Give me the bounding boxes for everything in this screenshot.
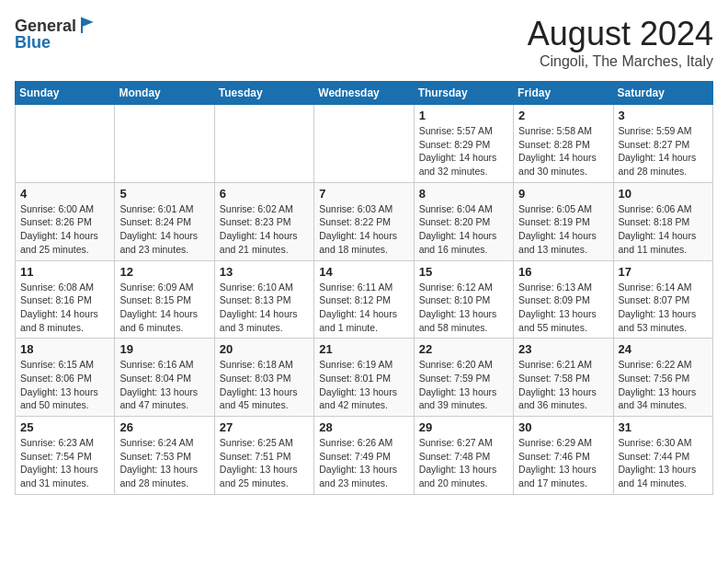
table-row: 14Sunrise: 6:11 AM Sunset: 8:12 PM Dayli…: [314, 260, 414, 339]
calendar-week-row: 4Sunrise: 6:00 AM Sunset: 8:26 PM Daylig…: [16, 182, 713, 260]
day-info: Sunrise: 6:27 AM Sunset: 7:48 PM Dayligh…: [419, 436, 508, 490]
day-number: 28: [319, 420, 408, 434]
day-number: 8: [419, 187, 508, 201]
day-info: Sunrise: 6:06 AM Sunset: 8:18 PM Dayligh…: [619, 202, 708, 257]
calendar-week-row: 25Sunrise: 6:23 AM Sunset: 7:54 PM Dayli…: [16, 417, 713, 495]
day-number: 29: [419, 420, 508, 434]
day-info: Sunrise: 6:21 AM Sunset: 7:58 PM Dayligh…: [518, 358, 608, 412]
day-info: Sunrise: 6:13 AM Sunset: 8:09 PM Dayligh…: [518, 281, 608, 335]
day-info: Sunrise: 6:02 AM Sunset: 8:23 PM Dayligh…: [220, 202, 309, 257]
day-number: 19: [119, 342, 209, 356]
day-info: Sunrise: 6:26 AM Sunset: 7:49 PM Dayligh…: [319, 436, 408, 490]
header-monday: Monday: [115, 82, 214, 105]
table-row: 20Sunrise: 6:18 AM Sunset: 8:03 PM Dayli…: [214, 339, 313, 417]
day-number: 17: [619, 265, 708, 279]
day-info: Sunrise: 6:08 AM Sunset: 8:16 PM Dayligh…: [20, 281, 109, 335]
table-row: 6Sunrise: 6:02 AM Sunset: 8:23 PM Daylig…: [214, 182, 313, 260]
day-number: 2: [518, 109, 608, 122]
table-row: 11Sunrise: 6:08 AM Sunset: 8:16 PM Dayli…: [16, 260, 115, 339]
month-year-title: August 2024: [528, 15, 713, 53]
day-info: Sunrise: 6:19 AM Sunset: 8:01 PM Dayligh…: [319, 358, 408, 412]
day-number: 20: [220, 342, 309, 356]
table-row: 21Sunrise: 6:19 AM Sunset: 8:01 PM Dayli…: [314, 339, 414, 417]
day-info: Sunrise: 6:25 AM Sunset: 7:51 PM Dayligh…: [220, 436, 309, 490]
day-number: 3: [619, 109, 708, 122]
day-info: Sunrise: 6:01 AM Sunset: 8:24 PM Dayligh…: [119, 202, 209, 257]
day-number: 9: [518, 187, 608, 201]
day-number: 18: [20, 342, 109, 356]
day-number: 14: [319, 265, 408, 279]
table-row: 31Sunrise: 6:30 AM Sunset: 7:44 PM Dayli…: [613, 417, 712, 495]
table-row: 22Sunrise: 6:20 AM Sunset: 7:59 PM Dayli…: [414, 339, 513, 417]
table-row: 1Sunrise: 5:57 AM Sunset: 8:29 PM Daylig…: [414, 105, 513, 183]
day-number: 4: [20, 187, 109, 201]
day-number: 23: [518, 342, 608, 356]
day-info: Sunrise: 6:14 AM Sunset: 8:07 PM Dayligh…: [619, 281, 708, 335]
table-row: [16, 105, 115, 183]
day-info: Sunrise: 6:05 AM Sunset: 8:19 PM Dayligh…: [518, 202, 608, 257]
table-row: 17Sunrise: 6:14 AM Sunset: 8:07 PM Dayli…: [613, 260, 712, 339]
table-row: 26Sunrise: 6:24 AM Sunset: 7:53 PM Dayli…: [115, 417, 214, 495]
table-row: 5Sunrise: 6:01 AM Sunset: 8:24 PM Daylig…: [115, 182, 214, 260]
table-row: 23Sunrise: 6:21 AM Sunset: 7:58 PM Dayli…: [514, 339, 613, 417]
day-info: Sunrise: 6:03 AM Sunset: 8:22 PM Dayligh…: [319, 202, 408, 257]
logo: General Blue: [15, 15, 100, 52]
table-row: 24Sunrise: 6:22 AM Sunset: 7:56 PM Dayli…: [613, 339, 712, 417]
header-sunday: Sunday: [16, 82, 115, 105]
calendar-week-row: 18Sunrise: 6:15 AM Sunset: 8:06 PM Dayli…: [16, 339, 713, 417]
day-info: Sunrise: 6:24 AM Sunset: 7:53 PM Dayligh…: [119, 436, 209, 490]
day-number: 13: [220, 265, 309, 279]
day-number: 27: [220, 420, 309, 434]
table-row: 15Sunrise: 6:12 AM Sunset: 8:10 PM Dayli…: [414, 260, 513, 339]
table-row: [115, 105, 214, 183]
table-row: 4Sunrise: 6:00 AM Sunset: 8:26 PM Daylig…: [16, 182, 115, 260]
day-number: 24: [619, 342, 708, 356]
day-info: Sunrise: 5:58 AM Sunset: 8:28 PM Dayligh…: [518, 124, 608, 178]
header-thursday: Thursday: [414, 82, 513, 105]
day-info: Sunrise: 6:10 AM Sunset: 8:13 PM Dayligh…: [220, 281, 309, 335]
day-info: Sunrise: 6:00 AM Sunset: 8:26 PM Dayligh…: [20, 202, 109, 257]
day-info: Sunrise: 6:29 AM Sunset: 7:46 PM Dayligh…: [518, 436, 608, 490]
logo-flag-icon: [78, 15, 100, 37]
table-row: 10Sunrise: 6:06 AM Sunset: 8:18 PM Dayli…: [613, 182, 712, 260]
day-info: Sunrise: 6:04 AM Sunset: 8:20 PM Dayligh…: [419, 202, 508, 257]
day-number: 22: [419, 342, 508, 356]
table-row: 16Sunrise: 6:13 AM Sunset: 8:09 PM Dayli…: [514, 260, 613, 339]
table-row: 12Sunrise: 6:09 AM Sunset: 8:15 PM Dayli…: [115, 260, 214, 339]
table-row: 2Sunrise: 5:58 AM Sunset: 8:28 PM Daylig…: [514, 105, 613, 183]
table-row: 7Sunrise: 6:03 AM Sunset: 8:22 PM Daylig…: [314, 182, 414, 260]
page-header: General Blue August 2024 Cingoli, The Ma…: [15, 15, 713, 70]
header-saturday: Saturday: [613, 82, 712, 105]
header-tuesday: Tuesday: [214, 82, 313, 105]
table-row: [214, 105, 313, 183]
day-number: 7: [319, 187, 408, 201]
table-row: 18Sunrise: 6:15 AM Sunset: 8:06 PM Dayli…: [16, 339, 115, 417]
table-row: 9Sunrise: 6:05 AM Sunset: 8:19 PM Daylig…: [514, 182, 613, 260]
calendar-week-row: 11Sunrise: 6:08 AM Sunset: 8:16 PM Dayli…: [16, 260, 713, 339]
day-number: 10: [619, 187, 708, 201]
day-info: Sunrise: 6:20 AM Sunset: 7:59 PM Dayligh…: [419, 358, 508, 412]
table-row: 25Sunrise: 6:23 AM Sunset: 7:54 PM Dayli…: [16, 417, 115, 495]
day-number: 11: [20, 265, 109, 279]
table-row: 3Sunrise: 5:59 AM Sunset: 8:27 PM Daylig…: [613, 105, 712, 183]
day-number: 21: [319, 342, 408, 356]
day-info: Sunrise: 6:30 AM Sunset: 7:44 PM Dayligh…: [619, 436, 708, 490]
calendar-header-row: Sunday Monday Tuesday Wednesday Thursday…: [16, 82, 713, 105]
table-row: 27Sunrise: 6:25 AM Sunset: 7:51 PM Dayli…: [214, 417, 313, 495]
day-info: Sunrise: 6:16 AM Sunset: 8:04 PM Dayligh…: [119, 358, 209, 412]
table-row: 30Sunrise: 6:29 AM Sunset: 7:46 PM Dayli…: [514, 417, 613, 495]
location-subtitle: Cingoli, The Marches, Italy: [528, 53, 713, 70]
day-number: 31: [619, 420, 708, 434]
table-row: 19Sunrise: 6:16 AM Sunset: 8:04 PM Dayli…: [115, 339, 214, 417]
day-number: 5: [119, 187, 209, 201]
calendar-table: Sunday Monday Tuesday Wednesday Thursday…: [15, 81, 713, 495]
table-row: 28Sunrise: 6:26 AM Sunset: 7:49 PM Dayli…: [314, 417, 414, 495]
table-row: 8Sunrise: 6:04 AM Sunset: 8:20 PM Daylig…: [414, 182, 513, 260]
table-row: 29Sunrise: 6:27 AM Sunset: 7:48 PM Dayli…: [414, 417, 513, 495]
day-number: 16: [518, 265, 608, 279]
day-info: Sunrise: 6:15 AM Sunset: 8:06 PM Dayligh…: [20, 358, 109, 412]
day-info: Sunrise: 6:22 AM Sunset: 7:56 PM Dayligh…: [619, 358, 708, 412]
day-info: Sunrise: 6:23 AM Sunset: 7:54 PM Dayligh…: [20, 436, 109, 490]
day-number: 6: [220, 187, 309, 201]
header-wednesday: Wednesday: [314, 82, 414, 105]
